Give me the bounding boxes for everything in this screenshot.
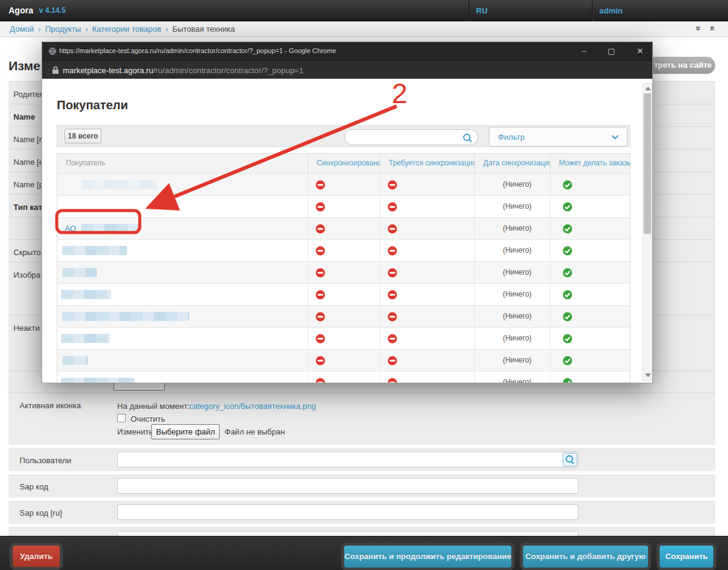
total-count-button[interactable]: 18 всего (65, 129, 101, 143)
not-synced-icon (315, 202, 325, 212)
table-row: (Ничего) (57, 305, 630, 327)
table-row: (Ничего) (57, 327, 630, 349)
save-button[interactable]: Сохранить (660, 546, 713, 568)
sap-code-ru-input[interactable] (117, 504, 578, 520)
not-synced-icon (315, 268, 325, 278)
current-file-link[interactable]: category_icon/бытоваятехника.png (189, 402, 316, 411)
action-bar: Удалить Сохранить и продолжить редактиро… (0, 536, 728, 570)
scroll-up-arrow-icon[interactable] (645, 87, 651, 90)
not-synced-icon (315, 334, 325, 344)
close-button[interactable]: ✕ (635, 46, 645, 56)
sync-date-cell: (Ничего) (475, 284, 550, 305)
field-label: Sap код [ru] (20, 508, 62, 518)
can-order-cell (550, 372, 631, 383)
breadcrumb: Домой›Продукты›Категории товаров›Бытовая… (10, 24, 235, 34)
buyer-link[interactable]: АО (65, 224, 76, 233)
language-switcher[interactable]: RU (476, 6, 488, 15)
delete-button[interactable]: Удалить (13, 546, 60, 567)
can-order-icon (563, 224, 572, 234)
sync-date-cell: (Ничего) (475, 328, 550, 349)
field-label: Изобра (13, 270, 40, 280)
app-version: v 4.14.5 (39, 6, 65, 15)
lock-icon (52, 66, 59, 74)
sync-date-cell: (Ничего) (475, 174, 550, 195)
url-path: /ru/admin/contractor/contractor/?_popup=… (153, 66, 303, 75)
column-header-sync-date[interactable]: Дата синхронизации (475, 154, 550, 173)
table-header: Покупатель Синхронизировано Требуется си… (57, 154, 630, 173)
topbar-divider (469, 0, 469, 21)
synced-cell (308, 196, 380, 217)
sap-code-input[interactable] (117, 478, 578, 494)
redacted-name (62, 356, 88, 365)
field-label: Неакти (13, 323, 40, 333)
not-synced-icon (387, 202, 397, 212)
user-menu[interactable]: admin (599, 6, 622, 15)
sync-date-cell: (Ничего) (475, 262, 550, 283)
save-and-add-button[interactable]: Сохранить и добавить другую (523, 546, 648, 568)
can-order-cell (550, 218, 631, 239)
users-input[interactable] (117, 452, 578, 467)
minimize-button[interactable]: – (579, 46, 589, 56)
collapse-all-icon[interactable]: » (694, 26, 704, 31)
synced-cell (308, 174, 380, 195)
breadcrumb-separator: › (165, 24, 168, 34)
field-label: Sap код (20, 482, 48, 491)
search-input[interactable] (344, 129, 478, 145)
popup-window: https://marketplace-test.agora.ru/ru/adm… (41, 41, 653, 383)
filter-dropdown[interactable]: Фильтр (489, 127, 627, 146)
current-file-prefix: На данный момент: (117, 402, 190, 411)
sync-date-cell: (Ничего) (475, 350, 550, 371)
url-domain: marketplace-test.agora.ru (63, 66, 153, 75)
choose-file-button[interactable]: Выберите файл (151, 424, 220, 439)
url-bar[interactable]: marketplace-test.agora.ru/ru/admin/contr… (42, 60, 652, 79)
needs-sync-cell (380, 372, 475, 383)
column-header-needs-sync[interactable]: Требуется синхронизация (380, 154, 475, 173)
column-header-synced[interactable]: Синхронизировано (308, 154, 380, 173)
scrollbar-thumb[interactable] (644, 93, 651, 234)
view-on-site-label: треть на сайте (654, 60, 712, 70)
clear-checkbox[interactable] (117, 414, 126, 422)
buyer-cell (57, 196, 308, 217)
field-label: Name [r (13, 135, 41, 144)
breadcrumb-categories[interactable]: Категории товаров (92, 24, 161, 34)
can-order-icon (563, 334, 572, 344)
maximize-button[interactable]: ▢ (607, 46, 616, 56)
sync-date-cell: (Ничего) (475, 218, 550, 239)
not-synced-icon (315, 224, 325, 234)
save-and-continue-button[interactable]: Сохранить и продолжить редактирование (344, 546, 511, 568)
buyer-cell: АО (57, 218, 308, 239)
breadcrumb-home[interactable]: Домой (10, 24, 34, 34)
can-order-cell (550, 240, 631, 261)
redacted-name (61, 290, 111, 299)
table-row-highlighted: АО(Ничего) (57, 217, 630, 239)
not-synced-icon (387, 180, 397, 190)
popup-title-bar[interactable]: https://marketplace-test.agora.ru/ru/adm… (42, 42, 652, 60)
table-row: (Ничего) (57, 173, 630, 195)
not-synced-icon (387, 290, 397, 300)
column-header-can-order[interactable]: Может делать заказы (550, 154, 631, 173)
users-search-button[interactable] (563, 453, 577, 466)
can-order-cell (550, 306, 631, 327)
can-order-icon (563, 312, 572, 322)
field-label: Скрыто (13, 248, 41, 257)
can-order-cell (550, 284, 631, 305)
not-synced-icon (315, 378, 325, 383)
sync-date-cell: (Ничего) (475, 196, 550, 217)
redacted-name (61, 334, 110, 343)
redacted-name (61, 378, 134, 383)
table-row: (Ничего) (57, 239, 630, 261)
scroll-down-arrow-icon[interactable] (645, 373, 651, 377)
can-order-icon (563, 180, 572, 190)
can-order-icon (563, 356, 572, 366)
expand-all-icon[interactable]: » (706, 26, 716, 31)
sync-date-cell: (Ничего) (475, 372, 550, 383)
synced-cell (308, 306, 380, 327)
popup-scrollbar[interactable] (643, 83, 652, 381)
needs-sync-cell (380, 240, 475, 261)
buyer-cell (57, 240, 308, 261)
synced-cell (308, 372, 380, 383)
synced-cell (308, 218, 380, 239)
can-order-icon (563, 290, 572, 300)
file-status: Файл не выбран (225, 427, 285, 436)
breadcrumb-products[interactable]: Продукты (45, 24, 81, 34)
